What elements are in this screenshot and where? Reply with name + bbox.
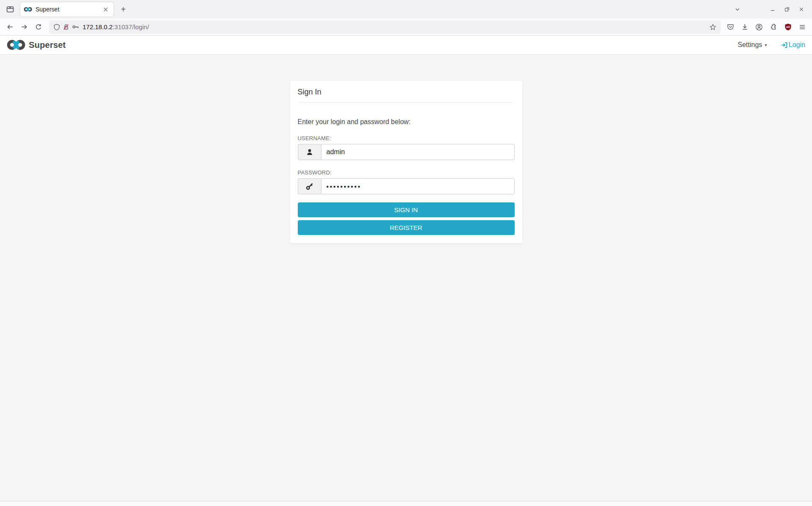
settings-menu[interactable]: Settings ▾ [738, 41, 767, 49]
brand-name: Superset [29, 40, 66, 50]
username-input-group [298, 144, 515, 160]
superset-navbar: Superset Settings ▾ Login [0, 36, 812, 55]
tab-title: Superset [36, 6, 101, 13]
browser-tab-superset[interactable]: Superset [20, 2, 114, 17]
url-path: :31037/login/ [113, 23, 149, 30]
register-button[interactable]: REGISTER [298, 220, 515, 235]
login-label: Login [789, 41, 805, 49]
login-instruction: Enter your login and password below: [298, 118, 515, 126]
key-addon [298, 178, 321, 194]
sign-in-arrow-icon [781, 41, 788, 49]
forward-icon[interactable] [17, 20, 31, 34]
firefox-view-icon[interactable] [3, 3, 17, 16]
settings-label: Settings [738, 41, 762, 49]
caret-down-icon: ▾ [765, 42, 767, 48]
sign-in-card: Sign In Enter your login and password be… [290, 81, 522, 243]
username-input[interactable] [321, 144, 515, 160]
tracking-shield-icon[interactable] [53, 24, 60, 30]
minimize-button[interactable] [765, 3, 780, 16]
restore-window-button[interactable] [780, 3, 794, 16]
hamburger-menu-icon[interactable] [795, 20, 809, 34]
extensions-puzzle-icon[interactable] [766, 20, 781, 34]
downloads-icon[interactable] [737, 20, 752, 34]
sign-in-button[interactable]: SIGN IN [298, 202, 515, 217]
bookmark-star-icon[interactable] [709, 24, 716, 30]
ublock-origin-icon[interactable]: uO [781, 20, 795, 34]
tab-close-icon[interactable] [101, 5, 110, 14]
back-icon[interactable] [3, 20, 17, 34]
svg-text:uO: uO [786, 25, 790, 28]
tab-strip: Superset + [0, 0, 812, 19]
url-host: 172.18.0.2 [83, 23, 113, 30]
list-all-tabs-chevron-icon[interactable] [731, 3, 744, 16]
url-bar[interactable]: 172.18.0.2:31037/login/ [49, 20, 721, 34]
account-icon[interactable] [752, 20, 766, 34]
new-tab-button[interactable]: + [117, 3, 130, 16]
saved-login-key-icon[interactable] [72, 23, 79, 30]
browser-toolbar: 172.18.0.2:31037/login/ [0, 19, 812, 36]
username-label: USERNAME: [298, 135, 515, 141]
page-footer [0, 501, 812, 506]
page-content: Superset Settings ▾ Login Sign In Enter … [0, 36, 812, 506]
card-divider [298, 102, 515, 102]
key-icon [305, 182, 314, 191]
reload-icon[interactable] [31, 20, 46, 34]
superset-logo-icon [7, 39, 25, 51]
pocket-icon[interactable] [723, 20, 737, 34]
password-input[interactable] [321, 178, 515, 194]
password-input-group [298, 178, 515, 194]
person-icon [305, 148, 314, 156]
password-label: PASSWORD: [298, 169, 515, 176]
insecure-lock-slash-icon[interactable] [63, 24, 69, 30]
user-addon [298, 144, 321, 160]
close-window-button[interactable] [794, 3, 809, 16]
login-link[interactable]: Login [780, 41, 805, 49]
browser-window: Superset + [0, 0, 812, 506]
superset-brand[interactable]: Superset [7, 39, 66, 51]
card-title: Sign In [298, 88, 515, 97]
superset-favicon-icon [24, 6, 32, 12]
toolbar-extensions-area: uO [723, 20, 809, 34]
url-text[interactable]: 172.18.0.2:31037/login/ [83, 23, 149, 30]
